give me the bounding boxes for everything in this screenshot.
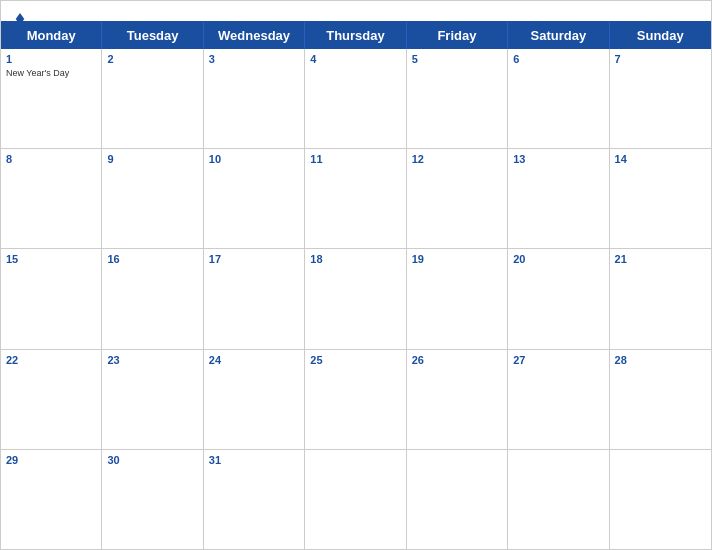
calendar: MondayTuesdayWednesdayThursdayFridaySatu… bbox=[0, 0, 712, 550]
day-number: 12 bbox=[412, 152, 502, 167]
day-number: 20 bbox=[513, 252, 603, 267]
day-number: 23 bbox=[107, 353, 197, 368]
day-cell: 11 bbox=[305, 149, 406, 248]
day-header-friday: Friday bbox=[407, 22, 508, 49]
day-cell: 19 bbox=[407, 249, 508, 348]
day-cell bbox=[407, 450, 508, 549]
day-number: 26 bbox=[412, 353, 502, 368]
day-number: 22 bbox=[6, 353, 96, 368]
week-row-1: 1New Year's Day234567 bbox=[1, 49, 711, 149]
week-row-4: 22232425262728 bbox=[1, 350, 711, 450]
day-cell: 3 bbox=[204, 49, 305, 148]
day-number: 7 bbox=[615, 52, 706, 67]
day-header-thursday: Thursday bbox=[305, 22, 406, 49]
week-row-3: 15161718192021 bbox=[1, 249, 711, 349]
day-cell: 9 bbox=[102, 149, 203, 248]
day-cell: 17 bbox=[204, 249, 305, 348]
day-cell: 27 bbox=[508, 350, 609, 449]
day-number: 25 bbox=[310, 353, 400, 368]
calendar-header bbox=[1, 1, 711, 21]
day-cell: 22 bbox=[1, 350, 102, 449]
day-number: 15 bbox=[6, 252, 96, 267]
day-cell: 29 bbox=[1, 450, 102, 549]
svg-marker-0 bbox=[16, 13, 25, 25]
day-header-tuesday: Tuesday bbox=[102, 22, 203, 49]
day-number: 9 bbox=[107, 152, 197, 167]
day-number: 10 bbox=[209, 152, 299, 167]
day-number: 24 bbox=[209, 353, 299, 368]
day-cell bbox=[305, 450, 406, 549]
day-cell: 10 bbox=[204, 149, 305, 248]
day-cell: 20 bbox=[508, 249, 609, 348]
day-number: 14 bbox=[615, 152, 706, 167]
day-cell: 15 bbox=[1, 249, 102, 348]
day-number: 17 bbox=[209, 252, 299, 267]
day-number: 30 bbox=[107, 453, 197, 468]
day-cell: 28 bbox=[610, 350, 711, 449]
day-cell: 1New Year's Day bbox=[1, 49, 102, 148]
day-cell bbox=[508, 450, 609, 549]
day-number: 11 bbox=[310, 152, 400, 167]
day-cell: 7 bbox=[610, 49, 711, 148]
day-cell: 18 bbox=[305, 249, 406, 348]
day-cell: 2 bbox=[102, 49, 203, 148]
calendar-grid: MondayTuesdayWednesdayThursdayFridaySatu… bbox=[1, 21, 711, 549]
day-cell bbox=[610, 450, 711, 549]
day-cell: 5 bbox=[407, 49, 508, 148]
day-header-monday: Monday bbox=[1, 22, 102, 49]
day-cell: 26 bbox=[407, 350, 508, 449]
day-number: 19 bbox=[412, 252, 502, 267]
day-header-wednesday: Wednesday bbox=[204, 22, 305, 49]
day-cell: 23 bbox=[102, 350, 203, 449]
day-cell: 14 bbox=[610, 149, 711, 248]
week-row-5: 293031 bbox=[1, 450, 711, 549]
holiday-label: New Year's Day bbox=[6, 68, 96, 78]
day-cell: 12 bbox=[407, 149, 508, 248]
day-cell: 25 bbox=[305, 350, 406, 449]
day-cell: 24 bbox=[204, 350, 305, 449]
day-cell: 13 bbox=[508, 149, 609, 248]
week-row-2: 891011121314 bbox=[1, 149, 711, 249]
day-number: 16 bbox=[107, 252, 197, 267]
day-number: 1 bbox=[6, 52, 96, 67]
weeks-container: 1New Year's Day2345678910111213141516171… bbox=[1, 49, 711, 549]
day-number: 31 bbox=[209, 453, 299, 468]
day-number: 3 bbox=[209, 52, 299, 67]
day-number: 4 bbox=[310, 52, 400, 67]
day-number: 29 bbox=[6, 453, 96, 468]
day-header-sunday: Sunday bbox=[610, 22, 711, 49]
day-cell: 21 bbox=[610, 249, 711, 348]
day-number: 6 bbox=[513, 52, 603, 67]
day-cell: 8 bbox=[1, 149, 102, 248]
day-header-saturday: Saturday bbox=[508, 22, 609, 49]
day-cell: 6 bbox=[508, 49, 609, 148]
day-cell: 31 bbox=[204, 450, 305, 549]
day-number: 2 bbox=[107, 52, 197, 67]
day-number: 8 bbox=[6, 152, 96, 167]
day-number: 5 bbox=[412, 52, 502, 67]
day-cell: 4 bbox=[305, 49, 406, 148]
day-cell: 16 bbox=[102, 249, 203, 348]
day-number: 18 bbox=[310, 252, 400, 267]
day-cell: 30 bbox=[102, 450, 203, 549]
day-headers: MondayTuesdayWednesdayThursdayFridaySatu… bbox=[1, 22, 711, 49]
day-number: 27 bbox=[513, 353, 603, 368]
day-number: 21 bbox=[615, 252, 706, 267]
day-number: 13 bbox=[513, 152, 603, 167]
day-number: 28 bbox=[615, 353, 706, 368]
